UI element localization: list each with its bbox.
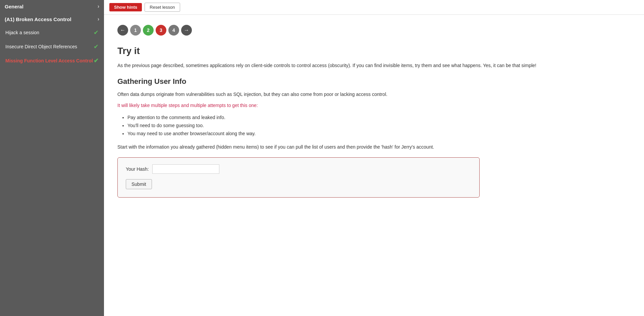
- pagination: ← 1 2 3 4 →: [117, 25, 631, 36]
- bullet-item-1: You'll need to do some guessing too.: [127, 122, 631, 130]
- hijack-check-icon: ✔: [94, 29, 99, 36]
- sidebar-item-hijack-label: Hijack a session: [5, 30, 39, 35]
- sidebar-item-hijack-session[interactable]: Hijack a session ✔: [0, 25, 104, 40]
- sidebar-item-insecure-label: Insecure Direct Object References: [5, 44, 77, 49]
- bullet-item-0: Pay attention to the comments and leaked…: [127, 114, 631, 122]
- gathering-body: Often data dumps originate from vulnerab…: [117, 91, 631, 98]
- toolbar: Show hints Reset lesson: [104, 0, 644, 15]
- sidebar-general-label: General: [5, 4, 23, 9]
- section-title: Try it: [117, 46, 631, 56]
- bullet-list: Pay attention to the comments and leaked…: [127, 114, 631, 138]
- sidebar-item-missing-label: Missing Function Level Access Control: [5, 58, 93, 63]
- missing-check-icon: ✔: [94, 57, 99, 64]
- sidebar-item-missing-function[interactable]: Missing Function Level Access Control ✔: [0, 54, 104, 68]
- bullet-item-2: You may need to use another browser/acco…: [127, 130, 631, 138]
- intro-text: As the previous page described, sometime…: [117, 62, 631, 69]
- page-btn-2[interactable]: 2: [143, 25, 154, 36]
- hint-text: It will likely take multiple steps and m…: [117, 102, 631, 109]
- gathering-title: Gathering User Info: [117, 77, 631, 86]
- sidebar-section-a1[interactable]: (A1) Broken Access Control ›: [0, 13, 104, 25]
- page-btn-4[interactable]: 4: [168, 25, 179, 36]
- hash-label: Your Hash:: [126, 166, 149, 172]
- submit-button[interactable]: Submit: [126, 179, 152, 189]
- page-btn-1[interactable]: 1: [130, 25, 141, 36]
- hash-form-row: Your Hash:: [126, 164, 471, 174]
- sidebar-a1-chevron: ›: [98, 16, 99, 22]
- page-btn-3[interactable]: 3: [156, 25, 166, 36]
- hash-input[interactable]: [152, 164, 219, 174]
- sidebar-a1-label: (A1) Broken Access Control: [5, 16, 71, 22]
- lesson-content: ← 1 2 3 4 → Try it As the previous page …: [104, 15, 644, 316]
- show-hints-button[interactable]: Show hints: [109, 3, 142, 11]
- insecure-check-icon: ✔: [94, 43, 99, 50]
- sidebar-general-chevron: ›: [98, 3, 99, 9]
- reset-lesson-button[interactable]: Reset lesson: [145, 3, 180, 12]
- sidebar-item-insecure-direct[interactable]: Insecure Direct Object References ✔: [0, 40, 104, 54]
- hash-form-box: Your Hash: Submit: [117, 157, 480, 198]
- main-content-area: Show hints Reset lesson ← 1 2 3 4 → Try …: [104, 0, 644, 316]
- sidebar: General › (A1) Broken Access Control › H…: [0, 0, 104, 316]
- summary-text: Start with the information you already g…: [117, 143, 631, 151]
- next-page-arrow[interactable]: →: [181, 25, 192, 36]
- prev-page-arrow[interactable]: ←: [117, 25, 128, 36]
- sidebar-section-general[interactable]: General ›: [0, 0, 104, 13]
